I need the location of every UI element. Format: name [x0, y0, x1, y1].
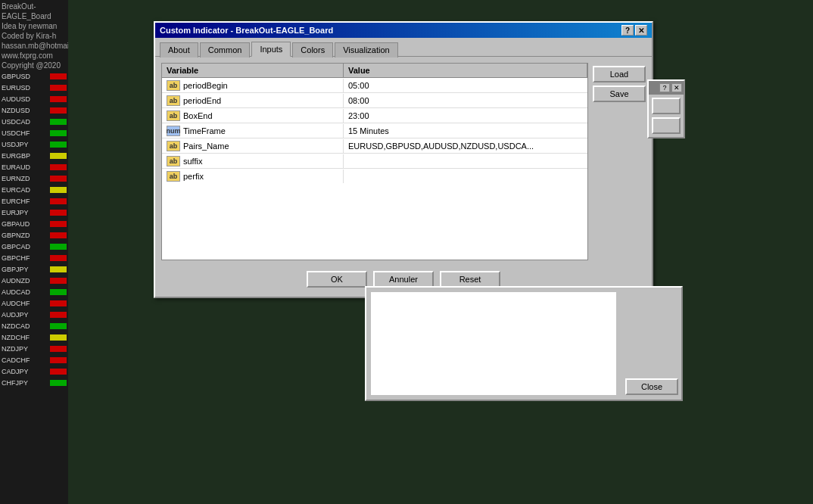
tab-common[interactable]: Common: [200, 42, 251, 58]
pair-bar: [50, 198, 67, 204]
pair-bar: [50, 244, 67, 250]
pair-name: NZDUSD: [2, 107, 45, 114]
pair-row[interactable]: EURAUD: [2, 162, 67, 173]
type-badge: ab: [167, 156, 180, 166]
pair-bar: [50, 119, 67, 125]
ok-button[interactable]: OK: [307, 271, 367, 288]
table-row[interactable]: abperfix: [162, 169, 587, 184]
cell-variable: abPairs_Name: [162, 139, 344, 153]
pair-bar: [50, 210, 67, 216]
annuler-button[interactable]: Annuler: [373, 271, 434, 288]
pair-row[interactable]: NZDUSD: [2, 105, 67, 116]
pair-row[interactable]: EURGBP: [2, 151, 67, 161]
close-button[interactable]: ✕: [635, 25, 647, 36]
pair-name: AUDJPY: [2, 311, 45, 319]
pair-row[interactable]: GBPCHF: [2, 253, 67, 263]
cell-variable: abperfix: [162, 170, 344, 183]
secondary-help-btn[interactable]: ?: [659, 83, 670, 92]
cell-variable: abperiodEnd: [162, 94, 344, 107]
table-row[interactable]: numTimeFrame15 Minutes: [162, 123, 587, 138]
pair-bar: [50, 96, 67, 102]
save-button[interactable]: Save: [593, 86, 646, 102]
table-row[interactable]: absuffix: [162, 154, 587, 169]
pair-bar: [50, 187, 67, 193]
reset-button[interactable]: Reset: [440, 271, 500, 288]
pair-row[interactable]: GBPAUD: [2, 219, 67, 229]
main-dialog: Custom Indicator - BreakOut-EAGLE_Board …: [154, 21, 653, 298]
pair-bar: [50, 107, 67, 114]
table-row[interactable]: abperiodBegin05:00: [162, 78, 587, 93]
secondary-close-btn[interactable]: ✕: [671, 83, 682, 92]
pair-name: EURCHF: [2, 198, 45, 205]
pair-row[interactable]: CADCHF: [2, 355, 67, 366]
secondary-btn-1[interactable]: [652, 98, 681, 114]
pair-name: GBPCAD: [2, 243, 45, 250]
pair-row[interactable]: GBPJPY: [2, 264, 67, 275]
pair-row[interactable]: EURUSD: [2, 82, 67, 93]
pair-bar: [50, 289, 67, 295]
dialog-content: Variable Value abperiodBegin05:00abperio…: [155, 57, 652, 297]
pair-row[interactable]: AUDCAD: [2, 287, 67, 297]
pair-row[interactable]: USDCHF: [2, 128, 67, 138]
third-dialog: Close: [365, 286, 683, 401]
pair-row[interactable]: AUDNZD: [2, 275, 67, 286]
close-third-dialog-button[interactable]: Close: [625, 378, 678, 395]
titlebar-buttons: ? ✕: [621, 25, 647, 36]
pair-row[interactable]: AUDJPY: [2, 310, 67, 320]
pair-row[interactable]: AUDUSD: [2, 94, 67, 104]
pair-row[interactable]: NZDJPY: [2, 344, 67, 354]
pair-row[interactable]: GBPNZD: [2, 230, 67, 241]
pair-name: AUDNZD: [2, 277, 45, 285]
pair-row[interactable]: EURJPY: [2, 207, 67, 218]
pair-row[interactable]: AUDCHF: [2, 298, 67, 309]
pair-row[interactable]: USDJPY: [2, 139, 67, 150]
pair-bar: [50, 153, 67, 159]
table-row[interactable]: abPairs_NameEURUSD,GBPUSD,AUDUSD,NZDUSD,…: [162, 138, 587, 154]
pair-row[interactable]: EURCHF: [2, 196, 67, 207]
tab-inputs[interactable]: Inputs: [251, 42, 291, 57]
side-buttons: Load Save: [593, 63, 646, 266]
type-badge: ab: [167, 141, 180, 151]
pair-bar: [50, 312, 67, 318]
tab-about[interactable]: About: [160, 42, 198, 58]
pair-bar: [50, 380, 67, 386]
third-dialog-sidebar: Close: [621, 288, 681, 400]
type-badge: ab: [167, 80, 180, 91]
table-header: Variable Value: [162, 64, 587, 78]
pair-name: USDCHF: [2, 129, 45, 137]
third-dialog-content: Close: [366, 288, 681, 400]
tab-colors[interactable]: Colors: [292, 42, 333, 58]
secondary-btn-2[interactable]: [652, 117, 681, 134]
inputs-table: Variable Value abperiodBegin05:00abperio…: [161, 63, 588, 260]
pair-row[interactable]: GBPUSD: [2, 71, 67, 82]
table-row[interactable]: abperiodEnd08:00: [162, 93, 587, 108]
pair-bar: [50, 73, 67, 79]
pair-name: AUDUSD: [2, 95, 45, 103]
pair-row[interactable]: EURNZD: [2, 173, 67, 184]
pair-name: GBPJPY: [2, 266, 45, 273]
pair-name: NZDJPY: [2, 345, 45, 353]
pair-row[interactable]: GBPCAD: [2, 241, 67, 252]
pair-name: NZDCAD: [2, 322, 45, 330]
table-row[interactable]: abBoxEnd23:00: [162, 108, 587, 123]
pair-name: GBPAUD: [2, 220, 45, 228]
third-dialog-main: [371, 292, 616, 395]
tab-visualization[interactable]: Visualization: [335, 42, 398, 58]
pair-bar: [50, 278, 67, 284]
pair-row[interactable]: EURCAD: [2, 185, 67, 195]
pair-row[interactable]: USDCAD: [2, 117, 67, 127]
pair-row[interactable]: CHFJPY: [2, 378, 67, 388]
load-button[interactable]: Load: [593, 66, 646, 82]
type-badge: ab: [167, 171, 180, 182]
variable-name: suffix: [183, 157, 202, 166]
pair-name: AUDCHF: [2, 300, 45, 307]
help-button[interactable]: ?: [621, 25, 634, 36]
pair-row[interactable]: NZDCHF: [2, 332, 67, 343]
pair-bar: [50, 357, 67, 363]
pair-name: NZDCHF: [2, 334, 45, 341]
pair-bar: [50, 266, 67, 272]
pair-row[interactable]: NZDCAD: [2, 321, 67, 331]
pair-name: EURNZD: [2, 175, 45, 182]
pair-bar: [50, 334, 67, 341]
pair-row[interactable]: CADJPY: [2, 366, 67, 377]
